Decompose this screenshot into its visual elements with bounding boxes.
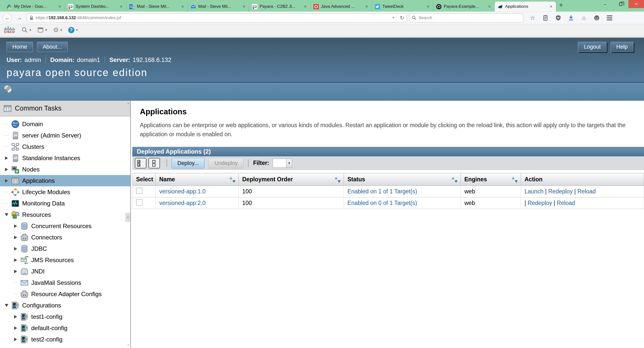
application-name-link[interactable]: versioned-app:2.0 xyxy=(159,200,206,206)
tab-close-icon[interactable]: × xyxy=(487,4,492,9)
back-button[interactable]: ← xyxy=(3,13,12,23)
sidebar-item-test1-config[interactable]: test1-config xyxy=(0,311,130,322)
expander-closed-icon[interactable] xyxy=(3,168,11,171)
sidebar-item-monitoring-data[interactable]: Monitoring Data xyxy=(0,198,130,209)
help-button[interactable]: Help xyxy=(611,42,633,52)
browser-tab[interactable]: Payara-Example...× xyxy=(433,2,495,12)
column-header-name[interactable]: Name xyxy=(156,173,239,186)
filter-dropdown[interactable]: ▼ xyxy=(273,159,292,168)
reading-list-icon[interactable] xyxy=(542,15,549,21)
sidebar-item-resource-adapter-configs[interactable]: Resource Adapter Configs xyxy=(0,288,130,300)
action-link-launch[interactable]: Launch xyxy=(525,188,543,195)
scroll-up-icon[interactable]: ⌃ xyxy=(127,102,130,107)
action-link-redeploy[interactable]: Redeploy xyxy=(548,188,573,195)
sidebar-item-test2-config[interactable]: test2-config xyxy=(0,334,130,345)
expander-open-icon[interactable] xyxy=(3,304,11,307)
sort-icon[interactable] xyxy=(335,177,341,183)
tab-close-icon[interactable]: × xyxy=(303,4,308,9)
status-link[interactable]: Enabled on 0 of 1 Target(s) xyxy=(347,200,417,206)
expander-closed-icon[interactable] xyxy=(12,258,20,262)
sidebar-item-server-admin-server[interactable]: server (Admin Server) xyxy=(0,130,130,141)
tab-close-icon[interactable]: × xyxy=(364,4,369,9)
action-link-reload[interactable]: Reload xyxy=(557,200,575,206)
deselect-all-button[interactable] xyxy=(148,158,160,168)
close-button[interactable]: × xyxy=(628,0,644,8)
expander-closed-icon[interactable] xyxy=(12,338,20,341)
download-icon[interactable] xyxy=(568,15,574,21)
logout-button[interactable]: Logout xyxy=(578,42,606,52)
sidebar-item-standalone-instances[interactable]: Standalone Instances xyxy=(0,152,130,164)
sidebar-item-lifecycle-modules[interactable]: Lifecycle Modules xyxy=(0,186,130,198)
undeploy-button[interactable]: Undeploy xyxy=(209,158,244,168)
expander-closed-icon[interactable] xyxy=(12,315,20,319)
action-link-reload[interactable]: Reload xyxy=(577,188,596,195)
expander-closed-icon[interactable] xyxy=(12,236,20,239)
sort-icon[interactable] xyxy=(512,177,518,183)
browser-tab[interactable]: My Drive - Goo...× xyxy=(4,2,65,12)
status-link[interactable]: Enabled on 1 of 1 Target(s) xyxy=(347,188,417,195)
sidebar-item-default-config[interactable]: default-config xyxy=(0,322,130,334)
home-icon[interactable]: ⌂ xyxy=(581,15,587,21)
forward-button[interactable]: → xyxy=(15,13,24,23)
scrollbar-thumb[interactable] xyxy=(126,213,130,222)
sidebar-item-jndi[interactable]: JNDI xyxy=(0,266,130,277)
tab-close-icon[interactable]: × xyxy=(119,4,124,9)
expander-closed-icon[interactable] xyxy=(12,224,20,228)
addon-settings[interactable]: ⚙▼ xyxy=(53,27,63,33)
sort-icon[interactable] xyxy=(452,177,458,183)
addon-search[interactable]: ▼ xyxy=(21,27,32,33)
tab-close-icon[interactable]: × xyxy=(242,4,246,9)
row-checkbox[interactable] xyxy=(136,199,142,205)
expander-open-icon[interactable] xyxy=(3,213,11,216)
sidebar-item-jms-resources[interactable]: JMS Resources xyxy=(0,254,130,266)
sidebar-item-jdbc[interactable]: JDBC xyxy=(0,243,130,254)
sidebar-item-javamail-sessions[interactable]: JavaMail Sessions xyxy=(0,277,130,288)
application-name-link[interactable]: versioned-app:1.0 xyxy=(159,188,206,195)
home-button[interactable]: Home xyxy=(7,42,33,52)
sidebar-item-nodes[interactable]: Nodes xyxy=(0,164,130,175)
sidebar-item-clusters[interactable]: Clusters xyxy=(0,141,130,152)
sidebar-item-applications[interactable]: Applications xyxy=(0,175,130,186)
column-header-status[interactable]: Status xyxy=(344,173,461,186)
cisco-logo[interactable]: CISCO xyxy=(4,26,15,34)
browser-tab[interactable]: Mail - Steve Mil...× xyxy=(126,2,188,12)
scroll-down-icon[interactable]: ⌄ xyxy=(127,342,130,346)
url-dropdown-icon[interactable]: ▼ xyxy=(390,16,397,20)
url-bar[interactable]: https://192.168.6.132:4848/common/index.… xyxy=(27,13,407,22)
action-link-redeploy[interactable]: Redeploy xyxy=(528,200,552,206)
sidebar-item-configurations[interactable]: Configurations xyxy=(0,300,130,311)
menu-icon[interactable] xyxy=(606,15,613,21)
expander-closed-icon[interactable] xyxy=(12,270,20,273)
browser-tab[interactable]: Java Advanced ...× xyxy=(310,2,372,12)
sort-icon[interactable] xyxy=(229,177,235,183)
sidebar-item-resources[interactable]: Resources xyxy=(0,209,130,220)
smiley-icon[interactable] xyxy=(593,15,600,21)
browser-tab[interactable]: C2System Dashbo...× xyxy=(65,2,126,12)
sidebar-scrollbar[interactable]: ⌃ ⌄ xyxy=(125,101,130,348)
common-tasks-header[interactable]: Common Tasks xyxy=(0,101,130,116)
addon-help[interactable]: ?▼ xyxy=(68,27,78,33)
tab-close-icon[interactable]: × xyxy=(426,4,430,9)
search-box[interactable] xyxy=(410,13,523,22)
search-input[interactable] xyxy=(419,15,521,20)
sidebar-item-domain[interactable]: Domain xyxy=(0,118,130,130)
bookmark-star-icon[interactable]: ☆ xyxy=(529,15,536,21)
reload-icon[interactable]: ↻ xyxy=(397,14,407,22)
browser-tab[interactable]: Mail - Steve Mil...× xyxy=(188,2,249,12)
tab-close-icon[interactable]: × xyxy=(57,4,62,9)
deploy-button[interactable]: Deploy... xyxy=(172,158,205,168)
sidebar-item-concurrent-resources[interactable]: Concurrent Resources xyxy=(0,220,130,232)
browser-tab[interactable]: TweetDeck× xyxy=(372,2,433,12)
tab-close-icon[interactable]: × xyxy=(180,4,185,9)
select-all-button[interactable] xyxy=(135,158,146,168)
tab-close-icon[interactable]: × xyxy=(549,4,553,9)
expander-closed-icon[interactable] xyxy=(12,326,20,330)
browser-tab-active[interactable]: Applications× xyxy=(495,2,556,12)
about-button[interactable]: About... xyxy=(37,42,68,52)
restore-button[interactable] xyxy=(613,0,628,8)
column-header-deployment-order[interactable]: Deployment Order xyxy=(239,173,344,186)
expander-closed-icon[interactable] xyxy=(3,179,11,183)
new-tab-button[interactable]: + xyxy=(556,1,567,11)
row-checkbox[interactable] xyxy=(136,188,142,194)
column-header-engines[interactable]: Engines xyxy=(461,173,521,186)
